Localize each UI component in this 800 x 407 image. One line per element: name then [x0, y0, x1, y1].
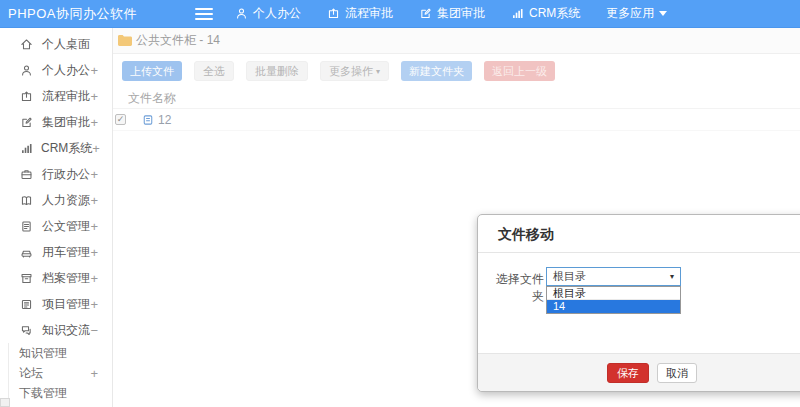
caret-down-icon: ▾ — [670, 272, 674, 281]
scroll-corner-fragment — [0, 398, 10, 407]
collapse-minus[interactable]: − — [90, 323, 98, 338]
user-icon — [20, 63, 34, 77]
upload-icon — [327, 7, 340, 20]
app-logo: PHPOA协同办公软件 — [8, 5, 137, 23]
doc-icon — [20, 219, 34, 233]
selected-value: 根目录 — [553, 269, 670, 284]
upload-icon — [20, 89, 34, 103]
sidebar-item-group-approval[interactable]: 集团审批 + — [0, 109, 112, 135]
folder-icon — [118, 35, 132, 46]
project-icon — [20, 297, 34, 311]
table-row[interactable]: ✓ 12 — [113, 109, 800, 131]
topnav-label: 集团审批 — [437, 5, 485, 22]
expand-plus[interactable]: + — [90, 219, 98, 234]
menu-toggle-icon[interactable] — [195, 8, 213, 20]
book-icon — [20, 193, 34, 207]
select-folder-label: 选择文件夹 — [496, 271, 544, 305]
table-header: 文件名称 — [113, 88, 800, 109]
sidebar-item-project-mgmt[interactable]: 项目管理 + — [0, 291, 112, 317]
dialog-body: 选择文件夹 根目录 ▾ 根目录 14 — [478, 253, 800, 354]
briefcase-icon — [20, 167, 34, 181]
edit-icon — [419, 7, 432, 20]
expand-plus[interactable]: + — [90, 115, 98, 130]
expand-plus[interactable]: + — [90, 167, 98, 182]
knowledge-submenu: 知识管理 论坛 + 下载管理 公共文件柜 — [8, 343, 112, 407]
topnav-group-approval[interactable]: 集团审批 — [419, 5, 485, 22]
topnav-more-apps[interactable]: 更多应用 — [606, 5, 667, 22]
car-icon — [20, 245, 34, 259]
option-14[interactable]: 14 — [547, 300, 680, 313]
batch-delete-button[interactable]: 批量删除 — [246, 61, 308, 81]
sidebar-item-crm[interactable]: CRM系统 + — [0, 135, 112, 161]
file-name: 12 — [158, 113, 171, 127]
new-folder-button[interactable]: 新建文件夹 — [401, 61, 472, 81]
toolbar: 上传文件 全选 批量删除 更多操作 ▾ 新建文件夹 返回上一级 — [113, 54, 800, 88]
sidebar-subitem-public-cabinet[interactable]: 公共文件柜 — [9, 403, 112, 407]
topnav-label: 流程审批 — [345, 5, 393, 22]
save-button[interactable]: 保存 — [607, 363, 649, 383]
breadcrumb-text: 公共文件柜 - 14 — [136, 32, 220, 49]
expand-plus[interactable]: + — [90, 271, 98, 286]
sidebar-item-admin-office[interactable]: 行政办公 + — [0, 161, 112, 187]
expand-plus[interactable]: + — [90, 63, 98, 78]
upload-file-button[interactable]: 上传文件 — [122, 61, 182, 81]
topnav-label: CRM系统 — [529, 5, 580, 22]
sidebar-item-desktop[interactable]: 个人桌面 — [0, 31, 112, 57]
dialog-footer: 保存 取消 — [478, 353, 800, 391]
folder-select-dropdown: 根目录 14 — [546, 286, 681, 314]
select-all-button[interactable]: 全选 — [194, 61, 234, 81]
more-actions-button[interactable]: 更多操作 ▾ — [320, 61, 389, 81]
back-up-level-button[interactable]: 返回上一级 — [484, 61, 555, 81]
expand-plus[interactable]: + — [90, 193, 98, 208]
topnav-crm[interactable]: CRM系统 — [511, 5, 580, 22]
topnav-workflow-approval[interactable]: 流程审批 — [327, 5, 393, 22]
column-header-filename: 文件名称 — [128, 90, 176, 107]
expand-plus[interactable]: + — [90, 297, 98, 312]
breadcrumb: 公共文件柜 - 14 — [113, 28, 800, 54]
chart-icon — [511, 7, 524, 20]
row-checkbox[interactable]: ✓ — [115, 114, 126, 125]
sidebar-item-archive-mgmt[interactable]: 档案管理 + — [0, 265, 112, 291]
top-nav: 个人办公 流程审批 集团审批 CRM系统 更多应用 — [235, 5, 667, 22]
sidebar-subitem-download-mgmt[interactable]: 下载管理 — [9, 383, 112, 403]
expand-plus[interactable]: + — [90, 89, 98, 104]
topnav-label: 更多应用 — [606, 5, 654, 22]
folder-select[interactable]: 根目录 ▾ — [546, 267, 681, 286]
topnav-personal-office[interactable]: 个人办公 — [235, 5, 301, 22]
edit-icon — [20, 115, 34, 129]
expand-plus[interactable]: + — [92, 141, 100, 156]
sidebar-item-workflow[interactable]: 流程审批 + — [0, 83, 112, 109]
home-icon — [20, 37, 34, 51]
cancel-button[interactable]: 取消 — [657, 363, 697, 383]
expand-plus[interactable]: + — [90, 245, 98, 260]
topnav-label: 个人办公 — [253, 5, 301, 22]
sidebar-subitem-forum[interactable]: 论坛 + — [9, 363, 112, 383]
topbar: PHPOA协同办公软件 个人办公 流程审批 集团审批 CRM系统 更多应用 — [0, 0, 800, 28]
chat-icon — [20, 323, 34, 337]
sidebar-item-document-mgmt[interactable]: 公文管理 + — [0, 213, 112, 239]
dialog-title: 文件移动 — [478, 215, 800, 253]
expand-plus[interactable]: + — [90, 366, 98, 381]
chart-icon — [20, 141, 33, 155]
caret-down-icon — [659, 11, 667, 16]
file-move-dialog: 文件移动 选择文件夹 根目录 ▾ 根目录 14 保存 取消 — [477, 214, 800, 392]
sidebar-item-vehicle-mgmt[interactable]: 用车管理 + — [0, 239, 112, 265]
file-icon — [142, 114, 154, 126]
sidebar-item-knowledge[interactable]: 知识交流 − — [0, 317, 112, 343]
sidebar: 个人桌面 个人办公 + 流程审批 + 集团审批 + CRM系统 + 行政办公 +… — [0, 28, 113, 407]
sidebar-subitem-knowledge-mgmt[interactable]: 知识管理 — [9, 343, 112, 363]
user-icon — [235, 7, 248, 20]
archive-icon — [20, 271, 34, 285]
option-root-directory[interactable]: 根目录 — [547, 287, 680, 300]
caret-down-icon: ▾ — [376, 67, 380, 76]
sidebar-item-personal-office[interactable]: 个人办公 + — [0, 57, 112, 83]
sidebar-item-hr[interactable]: 人力资源 + — [0, 187, 112, 213]
